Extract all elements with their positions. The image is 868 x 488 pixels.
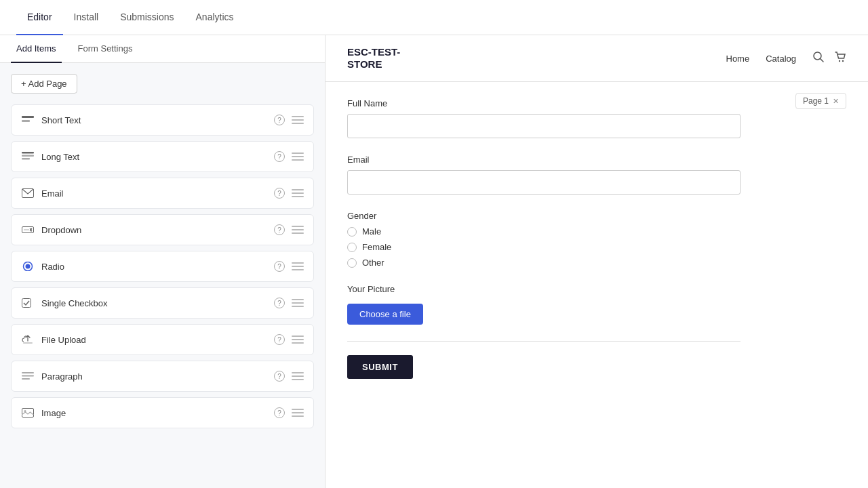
cart-icon[interactable] (834, 51, 846, 66)
image-help[interactable]: ? (274, 407, 285, 418)
paragraph-icon (21, 369, 35, 383)
svg-rect-0 (22, 116, 34, 118)
add-page-button[interactable]: + Add Page (11, 74, 77, 94)
svg-rect-15 (22, 375, 34, 377)
store-nav-catalog[interactable]: Catalog (766, 54, 796, 64)
field-item-single-checkbox[interactable]: Single Checkbox ? (11, 287, 314, 319)
page-badge-close[interactable]: ✕ (833, 97, 839, 106)
long-text-help[interactable]: ? (274, 151, 285, 162)
svg-line-20 (821, 59, 824, 62)
svg-point-11 (26, 264, 31, 269)
radio-other-label: Other (362, 258, 384, 268)
full-name-label: Full Name (347, 98, 846, 108)
radio-help[interactable]: ? (274, 261, 285, 272)
panel-tabs: Add Items Form Settings (0, 35, 325, 63)
short-text-drag[interactable] (292, 116, 304, 124)
single-checkbox-drag[interactable] (292, 299, 304, 307)
radio-male[interactable]: Male (347, 226, 846, 237)
radio-female[interactable]: Female (347, 242, 846, 252)
svg-point-22 (842, 60, 844, 62)
svg-point-21 (839, 60, 840, 62)
field-item-dropdown[interactable]: Dropdown ? (11, 214, 314, 245)
svg-rect-17 (22, 409, 34, 418)
single-checkbox-label: Single Checkbox (41, 298, 274, 308)
radio-circle-male (347, 227, 357, 237)
email-help[interactable]: ? (274, 188, 285, 199)
paragraph-help[interactable]: ? (274, 371, 285, 382)
long-text-drag[interactable] (292, 152, 304, 161)
svg-rect-13 (23, 342, 33, 344)
field-item-long-text[interactable]: Long Text ? (11, 141, 314, 172)
short-text-help[interactable]: ? (274, 115, 285, 125)
file-upload-drag[interactable] (292, 336, 304, 344)
long-text-label: Long Text (41, 152, 274, 162)
radio-female-label: Female (362, 242, 391, 252)
email-label: Email (347, 155, 846, 165)
file-upload-label: File Upload (41, 335, 274, 345)
tab-form-settings[interactable]: Form Settings (73, 35, 138, 63)
tab-install[interactable]: Install (63, 0, 110, 35)
short-text-icon (21, 113, 35, 127)
svg-rect-3 (22, 155, 34, 157)
single-checkbox-help[interactable]: ? (274, 298, 285, 308)
picture-label: Your Picture (347, 284, 846, 294)
paragraph-label: Paragraph (41, 371, 274, 382)
panel-content: + Add Page Short Text ? (0, 63, 325, 488)
svg-rect-12 (22, 299, 31, 308)
store-nav-home[interactable]: Home (726, 54, 750, 64)
search-icon[interactable] (812, 51, 825, 66)
field-item-short-text[interactable]: Short Text ? (11, 104, 314, 136)
dropdown-label: Dropdown (41, 225, 274, 235)
tab-submissions[interactable]: Submissions (109, 0, 184, 35)
choose-file-button[interactable]: Choose a file (347, 304, 423, 325)
tab-add-items[interactable]: Add Items (11, 35, 62, 63)
email-label: Email (41, 188, 274, 199)
image-label: Image (41, 408, 274, 418)
field-item-file-upload[interactable]: File Upload ? (11, 324, 314, 355)
file-upload-help[interactable]: ? (274, 334, 285, 345)
image-drag[interactable] (292, 409, 304, 417)
dropdown-help[interactable]: ? (274, 224, 285, 235)
page-badge: Page 1 ✕ (795, 93, 846, 109)
dropdown-drag[interactable] (292, 226, 304, 234)
field-item-image[interactable]: Image ? (11, 397, 314, 428)
full-name-input[interactable] (347, 114, 741, 138)
short-text-label: Short Text (41, 115, 274, 125)
single-checkbox-icon (21, 296, 35, 310)
tab-analytics[interactable]: Analytics (185, 0, 245, 35)
svg-rect-2 (22, 152, 34, 154)
image-icon (21, 406, 35, 420)
right-panel: ESC-TEST-STORE Home Catalog (326, 35, 868, 488)
email-input[interactable] (347, 170, 741, 195)
top-navigation: Editor Install Submissions Analytics (0, 0, 868, 35)
submit-button[interactable]: SUBMIT (347, 355, 413, 379)
form-preview-area: Page 1 ✕ Full Name Email Gender Male (326, 82, 868, 488)
radio-drag[interactable] (292, 262, 304, 270)
left-panel: Add Items Form Settings + Add Page Short… (0, 35, 326, 488)
svg-rect-14 (22, 372, 34, 373)
email-drag[interactable] (292, 189, 304, 197)
paragraph-drag[interactable] (292, 372, 304, 380)
main-layout: Add Items Form Settings + Add Page Short… (0, 35, 868, 488)
long-text-icon (21, 150, 35, 163)
form-field-full-name: Full Name (347, 98, 846, 138)
field-item-paragraph[interactable]: Paragraph ? (11, 361, 314, 392)
dropdown-icon (21, 223, 35, 237)
form-field-picture: Your Picture Choose a file (347, 284, 846, 325)
store-header: ESC-TEST-STORE Home Catalog (326, 35, 868, 82)
tab-editor[interactable]: Editor (16, 0, 63, 35)
svg-rect-4 (22, 158, 30, 160)
svg-rect-16 (22, 378, 30, 380)
radio-icon (21, 260, 35, 273)
form-field-gender: Gender Male Female Other (347, 211, 846, 268)
page-badge-label: Page 1 (803, 96, 829, 106)
gender-radio-group: Male Female Other (347, 226, 846, 268)
field-item-email[interactable]: Email ? (11, 178, 314, 209)
radio-other[interactable]: Other (347, 258, 846, 268)
radio-circle-other (347, 258, 357, 268)
radio-circle-female (347, 243, 357, 252)
form-field-email: Email (347, 155, 846, 195)
field-item-radio[interactable]: Radio ? (11, 251, 314, 282)
radio-male-label: Male (362, 226, 381, 237)
svg-rect-1 (22, 120, 30, 122)
